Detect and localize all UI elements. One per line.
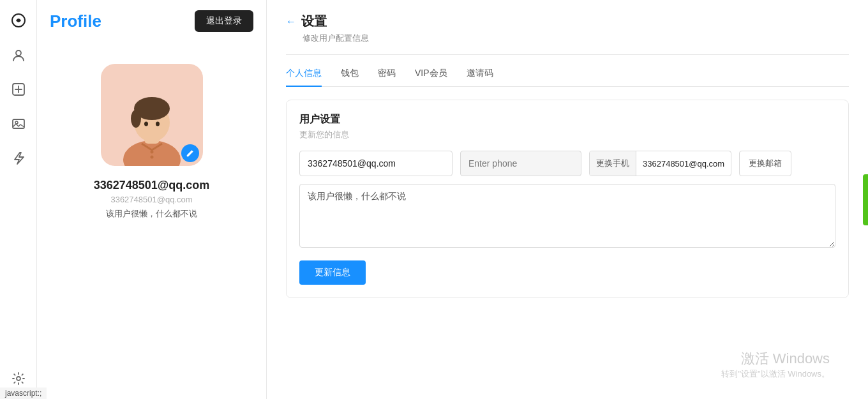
tab-password[interactable]: 密码 bbox=[378, 68, 396, 87]
svg-point-7 bbox=[17, 377, 20, 380]
bolt-nav-icon[interactable] bbox=[7, 147, 30, 170]
header-divider bbox=[286, 54, 849, 55]
profile-panel: Profile 退出登录 bbox=[37, 0, 267, 399]
svg-rect-5 bbox=[13, 119, 24, 128]
svg-point-12 bbox=[131, 110, 141, 128]
user-nav-icon[interactable] bbox=[7, 43, 30, 66]
image-nav-icon[interactable] bbox=[7, 112, 30, 135]
windows-activate-watermark: 激活 Windows 转到"设置"以激活 Windows。 bbox=[721, 349, 830, 380]
email-input[interactable] bbox=[299, 151, 453, 176]
svg-point-15 bbox=[150, 151, 153, 154]
profile-email-sub: 3362748501@qq.com bbox=[110, 195, 192, 204]
tab-personal-info[interactable]: 个人信息 bbox=[286, 68, 322, 87]
breadcrumb: ← 设置 bbox=[286, 13, 849, 30]
tabs-row: 个人信息 钱包 密码 VIP会员 邀请码 bbox=[286, 68, 849, 87]
phone-input[interactable] bbox=[460, 151, 581, 176]
green-bar bbox=[863, 174, 868, 225]
update-info-button[interactable]: 更新信息 bbox=[299, 260, 366, 285]
profile-bio: 该用户很懒，什么都不说 bbox=[106, 208, 197, 220]
logout-button[interactable]: 退出登录 bbox=[195, 10, 253, 32]
fields-row-1: 更换手机 3362748501@qq.com 更换邮箱 bbox=[299, 151, 835, 176]
settings-card-title: 用户设置 bbox=[299, 113, 835, 126]
windows-activate-subtitle: 转到"设置"以激活 Windows。 bbox=[721, 368, 830, 380]
avatar-container bbox=[101, 64, 203, 166]
profile-header: Profile 退出登录 bbox=[50, 0, 253, 45]
status-bar: javascript:; bbox=[0, 388, 47, 399]
settings-card-subtitle: 更新您的信息 bbox=[299, 129, 835, 140]
page-title: 设置 bbox=[301, 13, 327, 30]
svg-point-14 bbox=[156, 122, 160, 126]
bio-textarea[interactable]: 该用户很懒，什么都不说 bbox=[299, 184, 835, 248]
tab-wallet[interactable]: 钱包 bbox=[341, 68, 359, 87]
svg-point-16 bbox=[150, 156, 153, 159]
phone-group-value: 3362748501@qq.com bbox=[636, 159, 731, 169]
tab-vip[interactable]: VIP会员 bbox=[415, 68, 447, 87]
change-email-button[interactable]: 更换邮箱 bbox=[739, 151, 791, 176]
profile-title: Profile bbox=[50, 11, 101, 31]
back-arrow-icon[interactable]: ← bbox=[286, 16, 296, 27]
page-subtitle: 修改用户配置信息 bbox=[303, 33, 849, 44]
main-content: ← 设置 修改用户配置信息 个人信息 钱包 密码 VIP会员 邀请码 用户设置 … bbox=[267, 0, 868, 399]
settings-card: 用户设置 更新您的信息 更换手机 3362748501@qq.com 更换邮箱 … bbox=[286, 100, 849, 298]
sidebar bbox=[0, 0, 37, 399]
svg-point-1 bbox=[16, 50, 21, 56]
settings-nav-icon[interactable] bbox=[7, 367, 30, 390]
svg-point-13 bbox=[144, 122, 148, 126]
phone-group-label: 更换手机 bbox=[590, 151, 636, 176]
avatar-edit-badge[interactable] bbox=[181, 144, 199, 162]
profile-email-main: 3362748501@qq.com bbox=[94, 179, 210, 192]
add-nav-icon[interactable] bbox=[7, 78, 30, 101]
tab-invite-code[interactable]: 邀请码 bbox=[467, 68, 493, 87]
phone-group: 更换手机 3362748501@qq.com bbox=[589, 151, 731, 176]
openai-logo-icon[interactable] bbox=[7, 9, 30, 32]
windows-activate-title: 激活 Windows bbox=[721, 349, 830, 368]
